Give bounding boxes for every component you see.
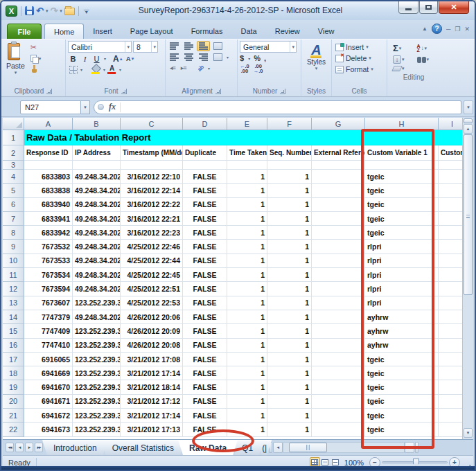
redo-icon[interactable]: ↷ [50,6,58,16]
external-referrer-cell[interactable] [312,212,365,226]
column-header-B[interactable]: B [73,118,121,130]
column-header-C[interactable]: C [121,118,183,130]
autosum-button[interactable]: Σ▾ [391,42,413,54]
column-title-cell[interactable]: Time Taken ( [227,145,267,161]
timestamp-cell[interactable]: 4/26/2012 20:09 [121,324,183,338]
duplicate-cell[interactable]: FALSE [183,254,227,268]
response-id-cell[interactable]: 7673532 [24,240,73,254]
redo-dropdown-icon[interactable]: ▾ [60,8,62,14]
time-taken-cell[interactable]: 1 [227,212,267,226]
ip-address-cell[interactable]: 49.248.34.202 [73,198,121,212]
column-title-cell[interactable]: Response ID [24,145,73,161]
row-header-15[interactable]: 15 [3,324,24,338]
external-referrer-cell[interactable] [312,268,365,282]
duplicate-cell[interactable]: FALSE [183,296,227,310]
empty-cell[interactable] [227,161,267,170]
row-header-6[interactable]: 6 [3,198,24,212]
seq-number-cell[interactable]: 1 [267,395,312,409]
excel-app-icon[interactable]: X [6,6,17,17]
timestamp-cell[interactable]: 3/16/2012 22:14 [121,184,183,197]
underline-button[interactable]: U [91,53,102,64]
workbook-minimize-icon[interactable]: ─ [446,26,451,33]
external-referrer-cell[interactable] [312,409,365,423]
duplicate-cell[interactable]: FALSE [183,395,227,409]
seq-number-cell[interactable]: 1 [267,240,312,254]
borders-button[interactable] [68,64,78,75]
undo-dropdown-icon[interactable]: ▾ [46,8,49,14]
empty-cell[interactable] [312,161,365,170]
timestamp-cell[interactable]: 3/16/2012 22:23 [121,226,183,240]
alignment-dialog-launcher[interactable] [215,89,221,94]
empty-cell[interactable] [73,161,121,170]
row-header-9[interactable]: 9 [3,240,24,254]
row-header-2[interactable]: 2 [3,145,24,161]
external-referrer-cell[interactable] [312,198,365,212]
comma-format-button[interactable]: , [264,54,266,62]
duplicate-cell[interactable]: FALSE [183,212,227,226]
duplicate-cell[interactable]: FALSE [183,353,227,366]
ip-address-cell[interactable]: 49.248.34.202 [73,212,121,226]
duplicate-cell[interactable]: FALSE [183,226,227,240]
ip-address-cell[interactable]: 123.252.239.3 [73,423,121,436]
time-taken-cell[interactable]: 1 [227,395,267,409]
timestamp-cell[interactable]: 4/26/2012 20:08 [121,339,183,353]
empty-cell[interactable] [267,161,312,170]
time-taken-cell[interactable]: 1 [227,380,267,394]
seq-number-cell[interactable]: 1 [267,409,312,423]
seq-number-cell[interactable]: 1 [267,198,312,212]
name-box-dropdown-icon[interactable]: ▼ [81,100,90,114]
ip-address-cell[interactable]: 49.248.34.202 [73,254,121,268]
seq-number-cell[interactable]: 1 [267,226,312,240]
italic-button[interactable]: I [80,53,90,64]
name-box[interactable]: N27 [20,100,81,114]
timestamp-cell[interactable]: 4/25/2012 22:45 [121,268,183,282]
seq-number-cell[interactable]: 1 [267,423,312,436]
ip-address-cell[interactable]: 123.252.239.3 [73,353,121,366]
duplicate-cell[interactable]: FALSE [183,366,227,380]
seq-number-cell[interactable]: 1 [267,184,312,197]
external-referrer-cell[interactable] [312,380,365,394]
duplicate-cell[interactable]: FALSE [183,198,227,212]
timestamp-cell[interactable]: 3/21/2012 18:14 [121,380,183,394]
response-id-cell[interactable]: 6941672 [24,409,73,423]
bottom-align-button[interactable] [197,41,210,51]
timestamp-cell[interactable]: 3/21/2012 17:14 [121,366,183,380]
response-id-cell[interactable]: 6941673 [24,423,73,436]
undo-icon[interactable]: ↶ [36,6,44,16]
ip-address-cell[interactable]: 49.248.34.202 [73,240,121,254]
sort-filter-button[interactable]: AZ↓▾ [416,42,438,54]
response-id-cell[interactable]: 6833940 [24,198,73,212]
font-family-combo[interactable]: Calibri▾ [68,41,132,53]
column-header-E[interactable]: E [227,118,267,130]
time-taken-cell[interactable]: 1 [227,282,267,296]
workbook-restore-icon[interactable]: ❐ [455,26,461,33]
seq-number-cell[interactable]: 1 [267,254,312,268]
fill-color-button[interactable] [91,64,101,75]
paste-button[interactable]: Paste ▾ [3,41,28,86]
row-header-14[interactable]: 14 [3,310,24,324]
ip-address-cell[interactable]: 123.252.239.3 [73,395,121,409]
empty-cell[interactable] [24,161,73,170]
time-taken-cell[interactable]: 1 [227,268,267,282]
response-id-cell[interactable]: 6941670 [24,380,73,394]
horizontal-scroll-thumb[interactable] [289,443,327,452]
row-header-1[interactable]: 1 [3,130,24,145]
response-id-cell[interactable]: 6941669 [24,366,73,380]
seq-number-cell[interactable]: 1 [267,324,312,338]
response-id-cell[interactable]: 7673607 [24,296,73,310]
time-taken-cell[interactable]: 1 [227,296,267,310]
currency-format-button[interactable]: $ [240,54,244,62]
response-id-cell[interactable]: 6941671 [24,395,73,409]
duplicate-cell[interactable]: FALSE [183,310,227,324]
customize-qat-icon[interactable]: —▾ [84,8,89,14]
clear-button[interactable]: ▾ [391,65,413,72]
column-header-D[interactable]: D [183,118,227,130]
hscroll-left-icon[interactable]: ◂ [273,442,283,453]
select-all-corner[interactable] [3,118,24,130]
expand-formula-bar-icon[interactable]: ▼ [464,100,473,114]
row-header-8[interactable]: 8 [3,226,24,240]
row-header-20[interactable]: 20 [3,395,24,409]
sheet-tab-introduction[interactable]: Introduction [42,440,108,455]
column-title-cell[interactable]: Seq. Number [267,145,312,161]
shrink-font-button[interactable]: A▼ [125,53,136,64]
